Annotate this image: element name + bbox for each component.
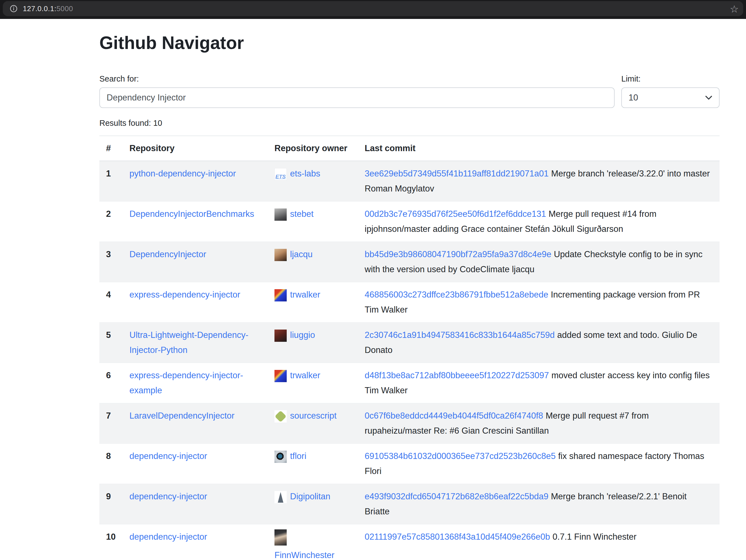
owner-avatar (275, 289, 287, 301)
results-table: # Repository Repository owner Last commi… (99, 136, 720, 560)
repository-link[interactable]: dependency-injector (130, 492, 207, 501)
owner-link[interactable]: ljacqu (290, 249, 313, 259)
owner-link[interactable]: stebet (290, 209, 313, 219)
repository-link[interactable]: python-dependency-injector (130, 169, 236, 178)
row-number: 7 (99, 403, 123, 443)
col-header-repository: Repository (123, 136, 268, 161)
row-number: 10 (99, 524, 123, 560)
page-title: Github Navigator (99, 32, 720, 54)
limit-selected-value: 10 (629, 93, 638, 103)
repository-link[interactable]: express-dependency-injector-example (130, 371, 243, 395)
row-number: 6 (99, 363, 123, 403)
commit-message: 0.7.1 Finn Winchester (552, 532, 637, 542)
col-header-number: # (99, 136, 123, 161)
owner-avatar (275, 370, 287, 382)
browser-window: 127.0.0.1:5000 ☆ Github Navigator Search… (0, 0, 746, 560)
browser-url-bar[interactable]: 127.0.0.1:5000 (3, 1, 743, 16)
table-row: 9 dependency-injector Digipolitan e493f9… (99, 484, 720, 524)
col-header-last-commit: Last commit (358, 136, 720, 161)
owner-avatar-glyph: ETS (276, 171, 286, 180)
owner-avatar-glyph (275, 410, 286, 422)
table-row: 8 dependency-injector tflori 69105384b61… (99, 443, 720, 484)
repository-link[interactable]: express-dependency-injector (130, 290, 240, 299)
table-row: 1 python-dependency-injector ETSets-labs… (99, 161, 720, 202)
chevron-down-icon (705, 95, 712, 100)
table-row: 5 Ultra-Lightweight-Dependency-Injector-… (99, 322, 720, 363)
table-row: 6 express-dependency-injector-example tr… (99, 363, 720, 403)
row-number: 5 (99, 322, 123, 363)
owner-link[interactable]: trwalker (290, 371, 320, 380)
info-icon[interactable] (10, 5, 17, 12)
owner-link[interactable]: tflori (290, 451, 307, 461)
owner-link[interactable]: liuggio (290, 330, 315, 340)
repository-link[interactable]: DependencyInjector (130, 249, 206, 259)
commit-hash-link[interactable]: 2c30746c1a91b4947583416c833b1644a85c759d (365, 330, 555, 340)
commit-hash-link[interactable]: 00d2b3c7e76935d76f25ee50f6d1f2ef6ddce131 (365, 209, 546, 219)
table-row: 2 DependencyInjectorBenchmarks stebet 00… (99, 201, 720, 242)
limit-label: Limit: (621, 74, 720, 84)
row-number: 2 (99, 201, 123, 242)
owner-avatar (275, 329, 287, 342)
table-row: 10 dependency-injector FinnWinchester 02… (99, 524, 720, 560)
owner-avatar (275, 208, 287, 221)
commit-hash-link[interactable]: d48f13be8ac712abf80bbeeee5f120227d253097 (365, 371, 549, 380)
repository-link[interactable]: dependency-injector (130, 532, 207, 542)
owner-avatar (275, 451, 287, 463)
url-port: 5000 (57, 4, 73, 13)
commit-hash-link[interactable]: 3ee629eb5d7349d55f41b119aff81dd219071a01 (365, 169, 549, 178)
row-number: 9 (99, 484, 123, 524)
repository-link[interactable]: Ultra-Lightweight-Dependency-Injector-Py… (130, 330, 248, 355)
repository-link[interactable]: DependencyInjectorBenchmarks (130, 209, 254, 219)
url-host: 127.0.0.1: (23, 4, 57, 13)
repository-link[interactable]: dependency-injector (130, 451, 207, 461)
commit-hash-link[interactable]: e493f9032dfcd65047172b682e8b6eaf22c5bda9 (365, 492, 548, 501)
owner-link[interactable]: trwalker (290, 290, 320, 299)
table-row: 3 DependencyInjector ljacqu bb45d9e3b986… (99, 242, 720, 282)
commit-hash-link[interactable]: 69105384b61032d000365ee737cd2523b260c8e5 (365, 451, 555, 461)
row-number: 8 (99, 443, 123, 484)
commit-hash-link[interactable]: 0c67f6be8eddcd4449eb4044f5df0ca26f4740f8 (365, 411, 543, 420)
row-number: 4 (99, 282, 123, 322)
owner-avatar: ETS (275, 168, 287, 180)
table-row: 7 LaravelDependencyInjector sourcescript… (99, 403, 720, 443)
search-label: Search for: (99, 74, 614, 84)
main-content: Github Navigator Search for: Limit: 10 R… (99, 19, 720, 560)
results-count: Results found: 10 (99, 119, 720, 128)
browser-chrome: 127.0.0.1:5000 ☆ (0, 0, 746, 19)
col-header-owner: Repository owner (268, 136, 358, 161)
owner-link[interactable]: sourcescript (290, 411, 337, 420)
owner-avatar (275, 410, 287, 422)
commit-hash-link[interactable]: 468856003c273dffce23b86791fbbe512a8ebede (365, 290, 548, 299)
owner-avatar (275, 529, 287, 546)
url-text[interactable]: 127.0.0.1:5000 (23, 4, 73, 13)
repository-link[interactable]: LaravelDependencyInjector (130, 411, 234, 420)
owner-link[interactable]: ets-labs (290, 169, 320, 178)
search-input[interactable] (99, 87, 614, 108)
commit-hash-link[interactable]: 02111997e57c85801368f43a10d45f409e266e0b (365, 532, 550, 542)
owner-avatar-glyph (278, 492, 283, 503)
limit-select[interactable]: 10 (621, 87, 720, 108)
owner-link[interactable]: FinnWinchester (275, 548, 351, 560)
row-number: 3 (99, 242, 123, 282)
commit-hash-link[interactable]: bb45d9e3b98608047190bf72a95fa9a37d8c4e9e (365, 249, 551, 259)
limit-group: Limit: 10 (621, 74, 720, 108)
row-number: 1 (99, 161, 123, 202)
owner-link[interactable]: Digipolitan (290, 492, 331, 501)
table-header-row: # Repository Repository owner Last commi… (99, 136, 720, 161)
search-form: Search for: Limit: 10 (99, 74, 720, 108)
table-row: 4 express-dependency-injector trwalker 4… (99, 282, 720, 322)
owner-avatar (275, 491, 287, 503)
bookmark-star-icon[interactable]: ☆ (730, 4, 739, 14)
owner-avatar (275, 249, 287, 261)
search-group: Search for: (99, 74, 614, 108)
